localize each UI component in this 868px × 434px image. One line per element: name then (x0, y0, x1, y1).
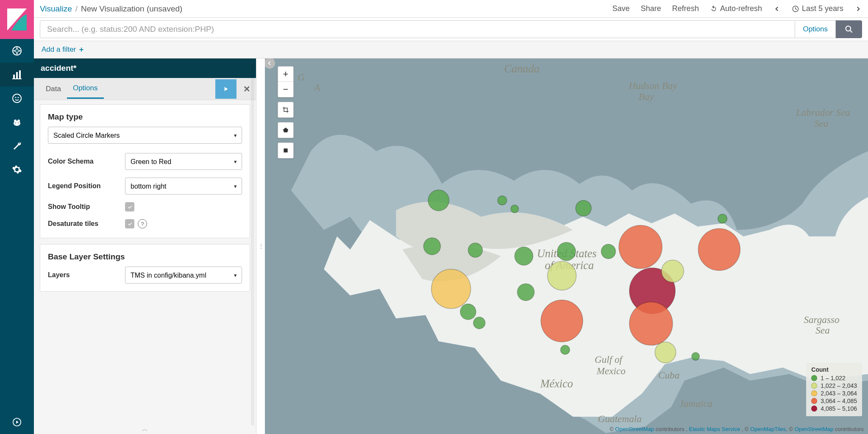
timerange-prev[interactable] (773, 5, 781, 13)
svg-point-15 (846, 26, 851, 31)
legend-dot (811, 383, 817, 389)
map-marker[interactable] (473, 317, 485, 329)
config-tabs: Data Options ✕ (34, 78, 256, 100)
show-tooltip-checkbox[interactable] (125, 202, 134, 211)
nav-visualize[interactable] (0, 63, 34, 86)
timerange-next[interactable] (854, 5, 862, 13)
fit-bounds-button[interactable] (278, 102, 293, 117)
map-marker[interactable] (423, 238, 440, 255)
legend-position-label: Legend Position (48, 182, 120, 190)
search-input[interactable] (40, 20, 795, 38)
panel-collapse-down[interactable]: ︿ (142, 426, 148, 433)
layers-label: Layers (48, 271, 120, 279)
osm-link[interactable]: OpenStreetMap (615, 426, 654, 432)
timerange-picker[interactable]: Last 5 years (792, 4, 843, 13)
help-icon[interactable]: ? (138, 219, 147, 228)
map-marker[interactable] (692, 353, 700, 361)
draw-rectangle-button[interactable] (278, 143, 293, 158)
svg-point-11 (15, 122, 16, 123)
map-area[interactable]: + − Canada Hudson Bay (265, 58, 868, 434)
legend-dot (811, 375, 817, 381)
map-attribution: © OpenStreetMap contributors , Elastic M… (316, 426, 864, 432)
svg-text:Labrador Sea: Labrador Sea (796, 107, 850, 118)
svg-rect-16 (284, 148, 287, 152)
index-pattern-header[interactable]: accident* (34, 58, 256, 78)
refresh-button[interactable]: Refresh (672, 4, 699, 13)
map-marker[interactable] (557, 242, 576, 261)
ems-link[interactable]: Elastic Maps Service (689, 426, 740, 432)
tab-options[interactable]: Options (67, 79, 104, 99)
search-options-button[interactable]: Options (795, 20, 836, 38)
legend-row: 1,022 – 2,043 (811, 382, 857, 389)
map-marker[interactable] (561, 345, 570, 355)
map-marker[interactable] (511, 205, 519, 213)
filter-bar: Add a filter (34, 41, 868, 58)
resize-handle[interactable]: ⋮ (256, 58, 265, 434)
desaturate-label: Desaturate tiles (48, 220, 120, 228)
legend-label: 2,043 – 3,064 (821, 390, 857, 397)
chevron-left-icon (267, 60, 273, 66)
base-layer-heading: Base Layer Settings (48, 252, 242, 262)
svg-text:G: G (298, 72, 305, 83)
svg-text:Gulf of: Gulf of (595, 354, 624, 365)
apply-changes-button[interactable] (215, 79, 236, 99)
legend-dot (811, 398, 817, 404)
nav-dashboard[interactable] (0, 86, 34, 110)
map-marker[interactable] (468, 243, 482, 257)
nav-management[interactable] (0, 158, 34, 181)
map-marker[interactable] (498, 196, 507, 205)
pentagon-icon (282, 127, 289, 134)
clock-icon (792, 5, 799, 13)
color-schema-select[interactable]: Green to Red (125, 153, 242, 170)
desaturate-checkbox[interactable] (125, 219, 134, 228)
svg-point-10 (14, 121, 20, 126)
map-marker[interactable] (655, 342, 676, 363)
map-marker[interactable] (517, 284, 534, 300)
nav-devtools[interactable] (0, 134, 34, 158)
svg-point-5 (13, 94, 21, 103)
legend-label: 1,022 – 2,043 (821, 382, 857, 389)
tab-data[interactable]: Data (40, 80, 67, 98)
save-button[interactable]: Save (612, 4, 630, 13)
osm-link-2[interactable]: OpenStreetMap (795, 426, 834, 432)
map-marker[interactable] (619, 225, 662, 269)
config-panel: accident* Data Options ✕ Map type (34, 58, 256, 434)
map-marker[interactable] (576, 200, 591, 216)
map-marker[interactable] (698, 228, 740, 270)
map-type-select[interactable]: Scaled Circle Markers (48, 127, 242, 144)
legend-dot (811, 390, 817, 396)
kibana-logo[interactable] (0, 0, 34, 39)
omt-link[interactable]: OpenMapTiles (750, 426, 786, 432)
legend-position-select[interactable]: bottom right (125, 178, 242, 195)
map-marker[interactable] (601, 244, 615, 259)
map-marker[interactable] (428, 190, 449, 211)
legend-label: 1 – 1,022 (821, 375, 845, 381)
share-button[interactable]: Share (641, 4, 661, 13)
search-button[interactable] (836, 20, 862, 38)
nav-timelion[interactable] (0, 110, 34, 134)
layers-select[interactable]: TMS in config/kibana.yml (125, 267, 242, 284)
autorefresh-button[interactable]: Auto-refresh (710, 4, 762, 13)
map-marker[interactable] (515, 247, 533, 265)
square-icon (282, 147, 289, 154)
map-marker[interactable] (662, 260, 684, 282)
nav-discover[interactable] (0, 39, 34, 63)
svg-rect-2 (16, 72, 18, 78)
map-marker[interactable] (460, 304, 476, 320)
draw-polygon-button[interactable] (278, 122, 293, 138)
map-marker[interactable] (541, 300, 583, 342)
legend-row: 3,064 – 4,085 (811, 398, 857, 404)
zoom-in-button[interactable]: + (278, 67, 293, 82)
breadcrumb-visualize[interactable]: Visualize (40, 4, 72, 14)
color-schema-label: Color Schema (48, 158, 120, 165)
nav-collapse[interactable] (0, 410, 34, 434)
map-legend: Count 1 – 1,0221,022 – 2,0432,043 – 3,06… (806, 363, 862, 416)
add-filter-button[interactable]: Add a filter (42, 45, 84, 54)
svg-rect-1 (13, 75, 15, 78)
map-marker[interactable] (431, 269, 471, 309)
map-marker[interactable] (548, 262, 576, 290)
play-icon (223, 86, 229, 92)
zoom-out-button[interactable]: − (278, 82, 293, 97)
map-marker[interactable] (629, 302, 673, 345)
map-marker[interactable] (718, 214, 727, 223)
